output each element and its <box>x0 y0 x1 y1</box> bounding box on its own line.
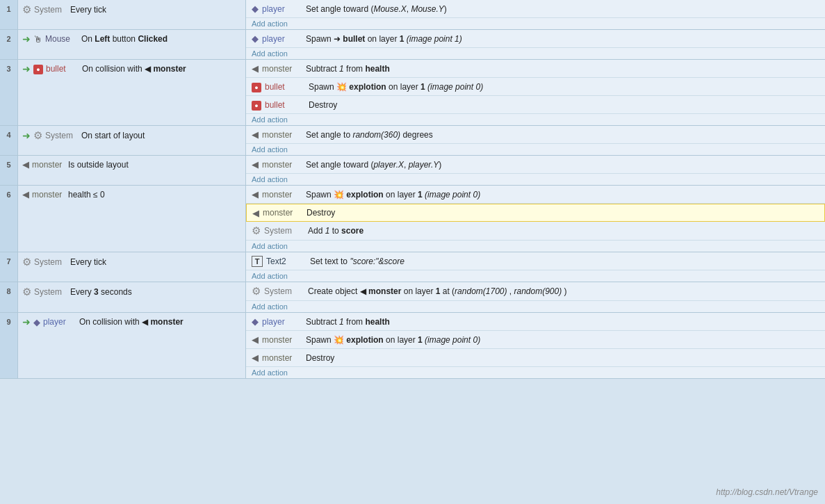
actions-section-6: ◀monsterSpawn 💥 explotion on layer 1 (im… <box>246 186 825 252</box>
action-entity-3-2: bullet <box>265 100 305 110</box>
entity-label-7-0: System <box>34 257 67 267</box>
action-icon-3-1: ● <box>252 81 261 92</box>
actions-section-2: ◆playerSpawn ➜ bullet on layer 1 (image … <box>246 30 825 59</box>
condition-section-8: ⚙SystemEvery 3 seconds <box>18 282 246 312</box>
action-entity-2-0: player <box>262 34 302 44</box>
arrow-icon-4-0: ➜ <box>22 130 31 141</box>
action-label-3-0: Subtract 1 from health <box>306 64 819 74</box>
add-action-5[interactable]: Add action <box>246 174 825 185</box>
actions-section-7: TText2Set text to "score:"&scoreAdd acti… <box>246 252 825 282</box>
event-row-1: 1⚙SystemEvery tick◆playerSet angle towar… <box>0 0 825 30</box>
entity-label-1-0: System <box>34 5 67 15</box>
action-item-9-1[interactable]: ◀monsterSpawn 💥 explotion on layer 1 (im… <box>246 331 825 349</box>
condition-item-3-0[interactable]: ➜●bulletOn collision with ◀ monster <box>18 60 245 78</box>
action-icon-6-0: ◀ <box>252 189 259 200</box>
event-row-7: 7⚙SystemEvery tickTText2Set text to "sco… <box>0 252 825 282</box>
actions-section-4: ◀monsterSet angle to random(360) degrees… <box>246 126 825 155</box>
event-row-5: 5◀monsterIs outside layout◀monsterSet an… <box>0 156 825 186</box>
condition-item-8-0[interactable]: ⚙SystemEvery 3 seconds <box>18 282 245 302</box>
add-action-6[interactable]: Add action <box>246 241 825 252</box>
action-label-5-0: Set angle toward (player.X, player.Y) <box>306 160 819 170</box>
condition-section-6: ◀monsterhealth ≤ 0 <box>18 186 246 252</box>
condition-section-1: ⚙SystemEvery tick <box>18 0 246 29</box>
action-label-6-1: Destroy <box>307 208 819 218</box>
system-icon-4-0: ⚙ <box>33 129 42 142</box>
condition-item-9-0[interactable]: ➜◆playerOn collision with ◀ monster <box>18 313 245 331</box>
entity-label-3-0: bullet <box>46 64 79 74</box>
condition-item-6-0[interactable]: ◀monsterhealth ≤ 0 <box>18 186 245 203</box>
action-item-3-1[interactable]: ●bulletSpawn 💥 explotion on layer 1 (ima… <box>246 78 825 96</box>
watermark: http://blog.csdn.net/Vtrange <box>716 487 818 497</box>
action-item-6-2[interactable]: ⚙SystemAdd 1 to score <box>246 222 825 241</box>
condition-item-7-0[interactable]: ⚙SystemEvery tick <box>18 252 245 272</box>
condition-item-5-0[interactable]: ◀monsterIs outside layout <box>18 156 245 173</box>
action-item-6-1[interactable]: ◀monsterDestroy <box>246 204 825 222</box>
action-item-8-0[interactable]: ⚙SystemCreate object ◀ monster on layer … <box>246 282 825 301</box>
condition-label-5-0: Is outside layout <box>68 160 241 170</box>
condition-section-7: ⚙SystemEvery tick <box>18 252 246 282</box>
condition-section-9: ➜◆playerOn collision with ◀ monster <box>18 313 246 378</box>
actions-section-3: ◀monsterSubtract 1 from health●bulletSpa… <box>246 60 825 125</box>
add-action-8[interactable]: Add action <box>246 301 825 312</box>
condition-label-4-0: On start of layout <box>81 131 241 140</box>
action-icon-6-1: ◀ <box>252 208 259 218</box>
action-label-8-0: Create object ◀ monster on layer 1 at (r… <box>308 286 819 296</box>
action-entity-3-0: monster <box>262 64 302 74</box>
event-row-9: 9➜◆playerOn collision with ◀ monster◆pla… <box>0 313 825 379</box>
arrow-icon-3-0: ➜ <box>22 63 31 74</box>
add-action-1[interactable]: Add action <box>246 18 825 29</box>
row-number-5: 5 <box>0 156 18 185</box>
action-item-9-0[interactable]: ◆playerSubtract 1 from health <box>246 313 825 331</box>
add-action-9[interactable]: Add action <box>246 367 825 378</box>
action-icon-3-2: ● <box>252 99 261 111</box>
action-label-3-2: Destroy <box>309 100 819 110</box>
action-item-5-0[interactable]: ◀monsterSet angle toward (player.X, play… <box>246 156 825 174</box>
arrow-icon-2-0: ➜ <box>22 33 31 44</box>
action-entity-6-1: monster <box>263 208 303 218</box>
action-label-9-2: Destroy <box>306 353 819 363</box>
monster-icon-6-0: ◀ <box>22 189 29 200</box>
action-item-4-0[interactable]: ◀monsterSet angle to random(360) degrees <box>246 126 825 144</box>
action-entity-5-0: monster <box>262 160 302 170</box>
action-item-2-0[interactable]: ◆playerSpawn ➜ bullet on layer 1 (image … <box>246 30 825 48</box>
action-entity-4-0: monster <box>262 130 302 140</box>
action-label-3-1: Spawn 💥 explotion on layer 1 (image poin… <box>309 82 819 92</box>
action-item-3-0[interactable]: ◀monsterSubtract 1 from health <box>246 60 825 78</box>
action-label-7-0: Set text to "score:"&score <box>310 257 819 266</box>
action-entity-1-0: player <box>262 4 302 14</box>
row-number-4: 4 <box>0 126 18 155</box>
action-icon-9-0: ◆ <box>252 316 259 327</box>
row-number-8: 8 <box>0 282 18 312</box>
actions-section-8: ⚙SystemCreate object ◀ monster on layer … <box>246 282 825 312</box>
action-icon-3-0: ◀ <box>252 63 259 74</box>
add-action-4[interactable]: Add action <box>246 144 825 155</box>
row-number-6: 6 <box>0 186 18 252</box>
action-icon-1-0: ◆ <box>252 3 259 14</box>
condition-label-7-0: Every tick <box>70 257 241 267</box>
condition-label-8-0: Every 3 seconds <box>70 287 241 297</box>
action-icon-9-1: ◀ <box>252 334 259 345</box>
add-action-2[interactable]: Add action <box>246 48 825 59</box>
action-item-3-2[interactable]: ●bulletDestroy <box>246 96 825 114</box>
condition-item-4-0[interactable]: ➜⚙SystemOn start of layout <box>18 126 245 145</box>
action-item-7-0[interactable]: TText2Set text to "score:"&score <box>246 252 825 270</box>
event-row-4: 4➜⚙SystemOn start of layout◀monsterSet a… <box>0 126 825 156</box>
add-action-7[interactable]: Add action <box>246 270 825 282</box>
action-entity-8-0: System <box>264 286 304 296</box>
add-action-3[interactable]: Add action <box>246 114 825 125</box>
action-entity-9-0: player <box>262 317 302 327</box>
condition-section-4: ➜⚙SystemOn start of layout <box>18 126 246 155</box>
bullet-icon-3-0: ● <box>33 63 43 74</box>
condition-item-2-0[interactable]: ➜🖱MouseOn Left button Clicked <box>18 30 245 48</box>
action-label-4-0: Set angle to random(360) degrees <box>306 130 819 140</box>
action-item-1-0[interactable]: ◆playerSet angle toward (Mouse.X, Mouse.… <box>246 0 825 18</box>
condition-item-1-0[interactable]: ⚙SystemEvery tick <box>18 0 245 19</box>
action-entity-3-1: bullet <box>265 82 305 92</box>
action-item-9-2[interactable]: ◀monsterDestroy <box>246 349 825 367</box>
action-entity-6-2: System <box>264 226 304 236</box>
event-row-8: 8⚙SystemEvery 3 seconds⚙SystemCreate obj… <box>0 282 825 313</box>
action-icon-9-2: ◀ <box>252 352 259 363</box>
action-entity-6-0: monster <box>262 190 302 200</box>
action-entity-7-0: Text2 <box>266 257 307 266</box>
action-item-6-0[interactable]: ◀monsterSpawn 💥 explotion on layer 1 (im… <box>246 186 825 204</box>
